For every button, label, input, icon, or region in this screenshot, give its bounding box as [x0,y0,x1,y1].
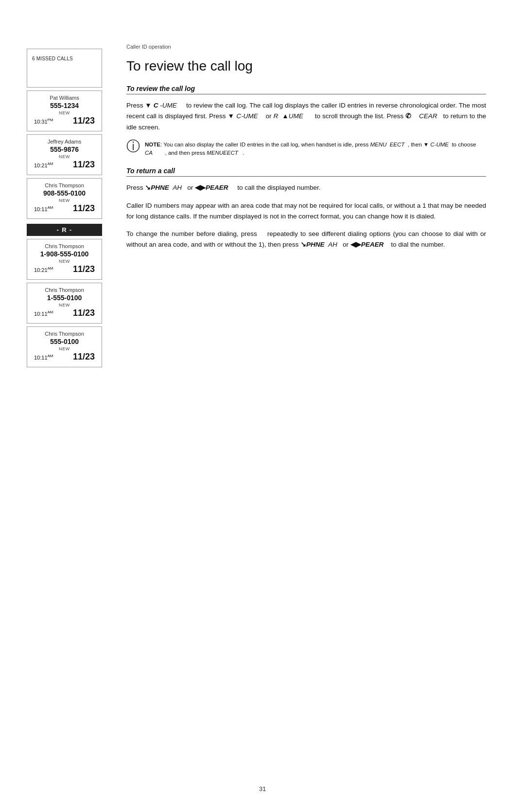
call-date-5: 11/23 [73,308,95,318]
section-return: To return a call Press ↘PHNE AH or ◀▶PEA… [126,167,486,250]
right-panel: Caller ID operation To review the call l… [107,29,525,783]
review-paragraph: Press ▼ C -UME to review the call log. T… [126,100,486,133]
missed-calls-label: 6 MISSED CALLS [32,56,97,61]
info-icon: ⓘ [126,140,140,153]
call-entry-6: Chris Thompson 555-0100 NEW 10:11AM 11/2… [27,326,102,367]
section-review: To review the call log Press ▼ C -UME to… [126,85,486,157]
main-heading: To review the call log [126,58,486,74]
caller-name-2: Jeffrey Adams [32,139,97,144]
call-date-1: 11/23 [73,116,95,126]
missed-calls-screen: 6 MISSED CALLS [27,49,102,88]
new-label-3: NEW [32,198,97,203]
return-paragraph-3: To change the number before dialing, pre… [126,229,486,251]
return-paragraph-2: Caller ID numbers may appear with an are… [126,200,486,222]
caller-name-4: Chris Thompson [32,243,97,249]
caller-number-5: 1-555-0100 [32,294,97,302]
call-time-6: 10:11AM [34,354,53,361]
time-row-6: 10:11AM 11/23 [32,352,97,362]
call-entry-3: Chris Thompson 908-555-0100 NEW 10:11AM … [27,178,102,219]
page-number: 31 [259,785,266,793]
subheading-review: To review the call log [126,85,486,94]
left-panel: 6 MISSED CALLS Pat Williams 555-1234 NEW… [0,29,107,783]
call-entry-2: Jeffrey Adams 555-9876 NEW 10:21AM 11/23 [27,134,102,175]
note-text: NOTE: You can also display the caller ID… [145,141,486,158]
caller-number-2: 555-9876 [32,145,97,153]
caller-number-1: 555-1234 [32,102,97,109]
caller-number-3: 908-555-0100 [32,189,97,197]
new-label-1: NEW [32,110,97,115]
call-date-3: 11/23 [73,203,95,214]
return-paragraph-1: Press ↘PHNE AH or ◀▶PEAER to call the di… [126,182,486,193]
caller-number-4: 1-908-555-0100 [32,250,97,258]
caller-name-3: Chris Thompson [32,182,97,188]
call-date-4: 11/23 [73,264,95,274]
new-label-5: NEW [32,303,97,307]
call-time-5: 10:11AM [34,310,53,317]
page-label: Caller ID operation [126,44,486,50]
time-row-3: 10:11AM 11/23 [32,203,97,214]
time-row-4: 10:21AM 11/23 [32,264,97,274]
call-time-4: 10:21AM [34,266,53,273]
call-time-2: 10:21AM [34,162,53,168]
caller-name-1: Pat Williams [32,95,97,101]
time-row-2: 10:21AM 11/23 [32,160,97,170]
note-box: ⓘ NOTE: You can also display the caller … [126,141,486,158]
caller-number-6: 555-0100 [32,338,97,345]
subheading-return: To return a call [126,167,486,177]
call-time-3: 10:11AM [34,205,53,212]
caller-name-6: Chris Thompson [32,331,97,337]
new-label-2: NEW [32,154,97,159]
time-row-5: 10:11AM 11/23 [32,308,97,318]
new-label-4: NEW [32,259,97,264]
call-date-2: 11/23 [73,160,95,170]
call-entry-1: Pat Williams 555-1234 NEW 10:31PM 11/23 [27,90,102,131]
caller-name-5: Chris Thompson [32,287,97,293]
new-label-6: NEW [32,346,97,351]
call-entry-5: Chris Thompson 1-555-0100 NEW 10:11AM 11… [27,283,102,324]
time-row-1: 10:31PM 11/23 [32,116,97,126]
call-time-1: 10:31PM [34,118,53,125]
call-entry-4: Chris Thompson 1-908-555-0100 NEW 10:21A… [27,239,102,280]
divider-bar: - R - [27,224,102,236]
call-date-6: 11/23 [73,352,95,362]
